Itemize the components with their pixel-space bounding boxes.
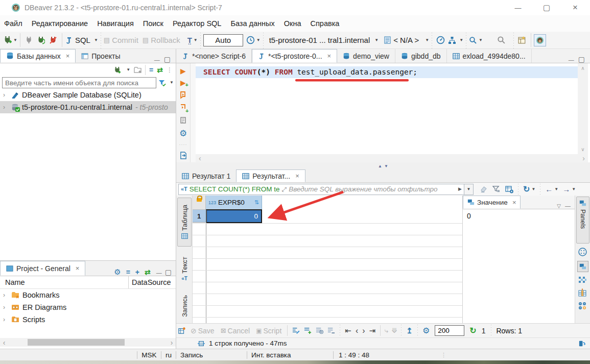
value-content[interactable]: 0 [463,209,575,223]
save-filter-icon[interactable] [505,185,513,193]
transaction-dropdown-icon[interactable]: ▼ [194,38,198,42]
explain-plan-icon[interactable] [179,116,187,125]
presentation-tab-record[interactable]: Запись [177,290,192,322]
tab-script-6[interactable]: *<none> Script-6 [176,49,252,63]
tree-item-bookmarks[interactable]: › Bookmarks [0,289,176,301]
search-small-icon[interactable] [469,36,477,44]
expand-all-icon[interactable]: + [135,269,139,276]
tab-exload[interactable]: exload_4994de80... [447,49,532,63]
minimize-panel-icon[interactable]: — [154,57,160,63]
status-dots-icon[interactable]: ⋮ [441,352,446,358]
tree-item-sample-db[interactable]: › DBeaver Sample Database (SQLite) [0,89,176,101]
tab-result-1[interactable]: Результат 1 [176,169,236,182]
apply-filter-icon[interactable]: ▶ [458,187,462,191]
reconnect-icon[interactable] [37,36,45,44]
value-menu-icon[interactable]: ▽ [557,204,561,209]
chevron-right-icon[interactable]: › [3,316,8,323]
connect-icon[interactable] [25,36,33,44]
execute-script-new-tab-icon[interactable]: + [179,104,187,112]
close-button[interactable]: × [567,2,584,13]
chevron-right-icon[interactable]: › [3,304,8,311]
export-result-icon[interactable] [179,152,187,159]
menu-windows[interactable]: Окна [284,19,301,28]
maximize-panel-icon[interactable]: ▢ [165,269,172,276]
expand-filter-icon[interactable]: ⤢ [282,186,287,192]
scroll-right-icon[interactable]: › [582,154,585,162]
link-editor-icon[interactable]: ⇄ [145,269,151,276]
gear-icon[interactable]: ⚙ [114,268,121,276]
result-settings-icon[interactable] [178,327,185,334]
value-view-icon[interactable] [577,261,588,272]
minimize-button[interactable]: — [509,2,527,13]
project-hscrollbar[interactable]: ‹ › [0,338,176,347]
filter-placeholder[interactable]: Введите SQL выражение чтобы отфильтро [289,185,456,193]
column-filter-sort-icon[interactable]: ⇅ [254,199,259,206]
sql-statement[interactable]: SELECT COUNT(*) FROM test_upload_data.pa… [203,68,417,76]
dbeaver-perspective-icon[interactable] [534,34,546,46]
close-icon[interactable]: × [512,199,516,206]
nav-back-icon[interactable]: ← [545,185,553,193]
nav-forward-dropdown-icon[interactable]: ▼ [572,187,576,191]
view-menu-icon[interactable]: ⋮ [167,67,173,73]
column-datasource[interactable]: DataSource [129,278,176,286]
collapse-all-icon[interactable]: = [126,269,130,276]
menu-file[interactable]: Файл [4,19,22,28]
transaction-mode-icon[interactable]: T̤ [187,36,192,44]
tab-demo-view[interactable]: demo_view [337,49,395,63]
menu-navigate[interactable]: Навигация [97,19,134,28]
grid-row-header[interactable]: 1 [193,210,206,223]
tab-databases[interactable]: Базы данных × [0,49,76,63]
status-timezone[interactable]: MSK [137,351,161,359]
editor-vscrollbar[interactable]: ∧ ∨ [578,63,588,154]
prev-row-icon[interactable]: ‹ [356,327,358,335]
selected-cell[interactable]: 0 [206,209,262,223]
minimize-panel-icon[interactable]: — [156,270,162,276]
add-row-icon[interactable] [304,327,312,334]
new-folder-icon[interactable] [134,66,141,74]
menu-search[interactable]: Поиск [143,19,163,28]
next-row-icon[interactable]: › [362,327,365,335]
execute-script-icon[interactable] [179,91,187,99]
history-icon[interactable] [246,36,255,44]
scroll-right-icon[interactable]: › [168,339,176,346]
refresh-dropdown-icon[interactable]: ▼ [531,187,535,191]
sql-editor-label[interactable]: SQL [75,36,90,44]
metadata-view-icon[interactable] [578,276,586,284]
new-connection-icon[interactable] [3,36,12,44]
gear-icon[interactable]: ⚙ [179,129,187,138]
calc-panel-icon[interactable] [578,302,586,310]
execute-new-tab-icon[interactable]: ▶+ [180,79,186,86]
filter-history-dropdown[interactable]: ▼ [464,184,474,195]
edit-cell-icon[interactable] [292,327,300,334]
menu-sql-editor[interactable]: Редактор SQL [173,19,221,28]
filter-box[interactable]: «T SELECT COUNT(*) FROM te ⤢ Введите SQL… [178,184,464,195]
grid-column-header[interactable]: 123 EXPR$0 ⇅ [206,196,262,210]
filter-check-icon[interactable] [158,79,166,87]
maximize-panel-icon[interactable]: ▢ [164,56,171,63]
sash-down-icon[interactable]: ▼ [384,164,388,168]
refresh-icon[interactable]: ↻ [523,185,530,193]
last-row-icon[interactable]: ⇥ [369,327,376,334]
status-language[interactable]: ru [161,351,176,359]
editor-hscrollbar[interactable]: ‹ › [196,154,588,162]
tree-item-t5-prostore[interactable]: › t5-prostore-01.ru-central1.internal - … [0,101,176,113]
presentation-tab-grid[interactable]: Таблица [177,198,192,247]
maximize-button[interactable]: ▢ [538,2,555,13]
tab-script-7[interactable]: *<t5-prostore-0... × [252,49,337,63]
minimize-editor-icon[interactable]: — [569,57,574,63]
menu-help[interactable]: Справка [311,19,340,28]
tab-value[interactable]: Значение × [463,196,521,209]
grid-corner-cell[interactable] [193,196,206,210]
minimize-value-panel-icon[interactable]: — [565,203,571,209]
search-dropdown-icon[interactable]: ▼ [479,38,483,42]
clear-filter-icon[interactable] [480,185,487,193]
grid-settings-gear-icon[interactable]: ⚙ [422,327,430,335]
scroll-up-icon[interactable]: ∧ [581,65,584,71]
grid-preview-icon[interactable] [578,248,587,256]
connection-dropdown-icon[interactable]: ▼ [374,38,379,42]
delete-row-icon[interactable] [327,327,335,334]
first-row-icon[interactable]: ⇤ [345,327,351,334]
new-connection-small-icon[interactable] [113,66,121,74]
close-icon[interactable]: × [66,52,70,60]
connection-combo[interactable]: t5-prostore-01 ... tral1.internal [269,36,370,44]
